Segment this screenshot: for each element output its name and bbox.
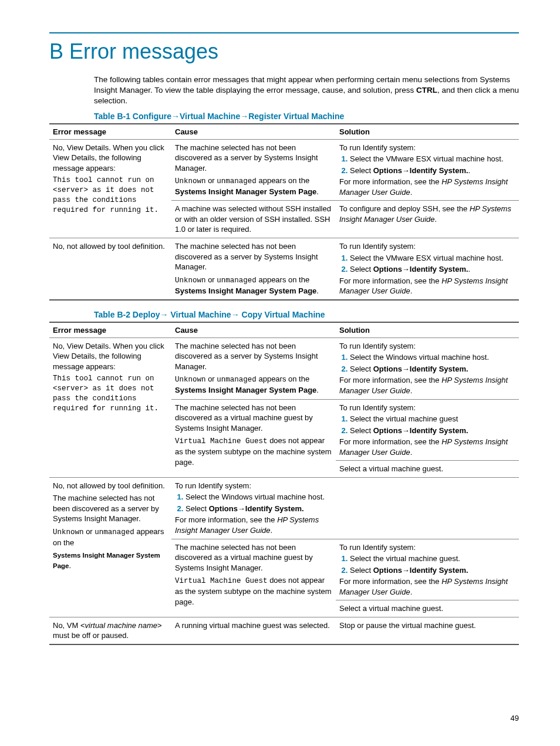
th-error: Error message (49, 124, 171, 140)
sol-steps: Select the virtual machine guest. Select… (339, 553, 515, 575)
sol-post: For more information, see the HP Systems… (339, 177, 515, 197)
table-row: No, not allowed by tool definition. The … (49, 477, 519, 539)
cause-text: A machine was selected without SSH insta… (171, 201, 336, 238)
table-b1: Error message Cause Solution No, View De… (49, 123, 519, 301)
sol-post: For more information, see the HP Systems… (339, 437, 515, 457)
sol-text: To configure and deploy SSH, see the HP … (336, 201, 519, 238)
sol-intro: To run Identify system: (339, 143, 515, 153)
cause-text: The machine selected has not been discov… (175, 143, 332, 174)
sol-steps: Select the VMware ESX virtual machine ho… (339, 154, 515, 175)
sol-intro: To run Identify system: (339, 542, 515, 553)
sol-step-1: Select the VMware ESX virtual machine ho… (350, 253, 515, 264)
sol-text: Stop or pause the virtual machine guest. (336, 617, 519, 644)
th-solution: Solution (336, 322, 519, 338)
cause-text: The machine selected has not been discov… (175, 341, 332, 372)
err-text-2: The machine selected has not been discov… (53, 493, 168, 524)
sol-step-2: Select Options→Identify System. (350, 426, 515, 436)
th-cause: Cause (171, 124, 336, 140)
sol-steps: Select the VMware ESX virtual machine ho… (339, 253, 515, 275)
err-text-1: No, not allowed by tool definition. (53, 481, 168, 491)
table-b1-caption: Table B-1 Configure→Virtual Machine→Regi… (94, 112, 519, 121)
table-row: No, VM <virtual machine name> must be of… (49, 617, 519, 644)
th-cause: Cause (171, 322, 336, 338)
table-b2-caption: Table B-2 Deploy→ Virtual Machine→ Copy … (94, 310, 519, 319)
cause-text-2: Unknown or unmanaged appears on the Syst… (175, 275, 332, 296)
page-title: B Error messages (49, 39, 519, 64)
cause-text: The machine selected has not been discov… (175, 542, 332, 573)
table-row: No, View Details. When you click View De… (49, 139, 519, 201)
sol-step-2: Select Options→Identify System. (350, 565, 515, 576)
sol-intro: To run Identify system: (339, 341, 515, 352)
err-msg-code: This tool cannot run on <server> as it d… (53, 175, 168, 215)
th-solution: Solution (336, 124, 519, 140)
sol-step-2: Select Options→Identify System.. (350, 264, 515, 275)
err-msg-text: No, View Details. When you click View De… (53, 143, 168, 174)
page-number: 49 (511, 714, 519, 723)
sol-step-1: Select the virtual machine guest (350, 414, 515, 424)
err-msg-code: This tool cannot run on <server> as it d… (53, 374, 168, 414)
err-msg-text: No, not allowed by tool definition. (49, 238, 171, 300)
cause-text-2: Virtual Machine Guest does not appear as… (175, 575, 332, 607)
cause-text-2: Unknown or unmanaged appears on the Syst… (175, 374, 332, 395)
cause-intro: To run Identify system: (175, 481, 332, 491)
table-row: No, View Details. When you click View De… (49, 337, 519, 399)
sol-text: Select a virtual machine guest. (336, 461, 519, 478)
sol-step-2: Select Options→Identify System.. (350, 166, 515, 176)
cause-text: A running virtual machine guest was sele… (171, 617, 336, 644)
err-text-3: Unknown or unmanaged appears on the (53, 526, 168, 548)
sol-post: For more information, see the HP Systems… (339, 375, 515, 396)
sol-text: Select a virtual machine guest. (336, 600, 519, 617)
err-text-4: Systems Insight Manager System Page. (53, 550, 168, 571)
cause-steps: Select the Windows virtual machine host.… (175, 492, 332, 514)
sol-steps: Select the virtual machine guest Select … (339, 414, 515, 436)
cause-text: The machine selected has not been discov… (175, 403, 332, 434)
err-msg-text: No, VM <virtual machine name> must be of… (49, 617, 171, 644)
sol-step-1: Select the VMware ESX virtual machine ho… (350, 154, 515, 164)
cause-step-1: Select the Windows virtual machine host. (185, 492, 332, 502)
sol-intro: To run Identify system: (339, 403, 515, 413)
intro-paragraph: The following tables contain error messa… (94, 75, 519, 107)
sol-steps: Select the Windows virtual machine host.… (339, 352, 515, 374)
ctrl-key: CTRL (416, 86, 437, 94)
err-msg-text: No, View Details. When you click View De… (53, 341, 168, 372)
cause-text: The machine selected has not been discov… (175, 241, 332, 272)
cause-text-2: Unknown or unmanaged appears on the Syst… (175, 175, 332, 197)
sol-post: For more information, see the HP Systems… (339, 276, 515, 296)
th-error: Error message (49, 322, 171, 338)
cause-step-2: Select Options→Identify System. (185, 504, 332, 514)
sol-step-1: Select the virtual machine guest. (350, 553, 515, 564)
cause-post: For more information, see the HP Systems… (175, 515, 332, 535)
sol-step-1: Select the Windows virtual machine host. (350, 352, 515, 363)
cause-text-2: Virtual Machine Guest does not appear as… (175, 436, 332, 467)
sol-intro: To run Identify system: (339, 241, 515, 252)
sol-post: For more information, see the HP Systems… (339, 576, 515, 597)
table-row: No, not allowed by tool definition. The … (49, 238, 519, 300)
table-b2: Error message Cause Solution No, View De… (49, 322, 519, 645)
sol-step-2: Select Options→Identify System. (350, 364, 515, 374)
